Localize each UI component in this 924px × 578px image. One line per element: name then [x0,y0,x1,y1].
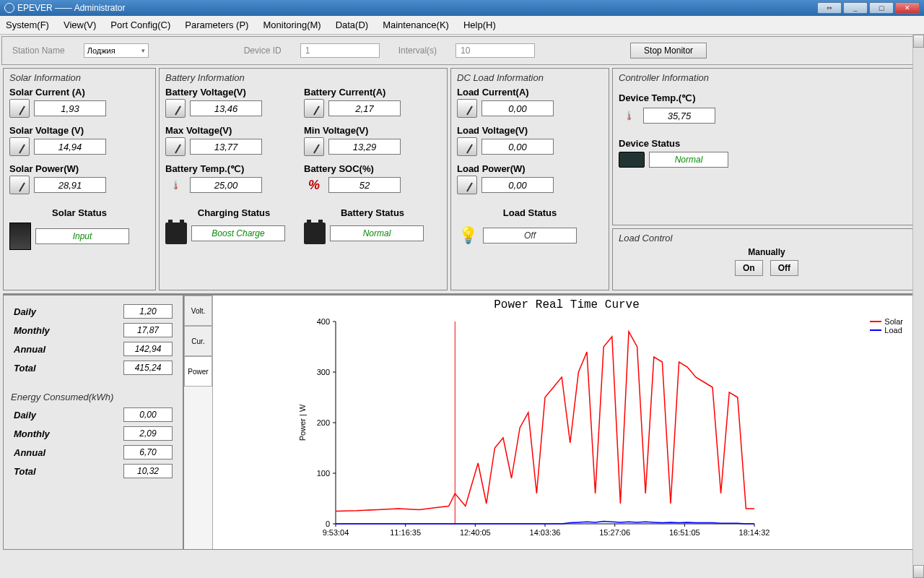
battery-current-label: Battery Current(A) [304,87,441,98]
svg-text:300: 300 [317,368,330,376]
gen-total-label: Total [14,363,36,374]
con-monthly-label: Monthly [14,428,50,439]
menu-data[interactable]: Data(D) [336,20,369,30]
device-status-value: Normal [649,152,728,168]
battery-status-value: Normal [330,225,424,241]
load-power-label: Load Power(W) [457,163,603,174]
con-daily-label: Daily [14,410,36,420]
svg-text:200: 200 [317,418,330,427]
load-current-label: Load Current(A) [457,87,603,98]
battery-soc-value: 52 [328,177,401,193]
solar-panel: Solar Information Solar Current (A) 1,93… [3,68,156,290]
battery-min-label: Min Voltage(V) [304,125,441,136]
meter-icon [9,137,30,156]
svg-text:14:03:36: 14:03:36 [530,528,561,537]
load-status-label: Load Status [457,207,603,218]
chart-area: Power Real Time Curve Solar Load 0100200… [213,296,920,549]
window-minimize-button[interactable]: _ [843,2,868,14]
solar-voltage-value: 14,94 [34,139,106,155]
stop-monitor-button[interactable]: Stop Monitor [630,43,707,59]
solar-status-label: Solar Status [9,207,149,218]
load-on-button[interactable]: On [735,260,763,276]
right-column: Controller Information Device Temp.(℃) 🌡… [612,68,921,290]
load-voltage-label: Load Voltage(V) [457,125,603,136]
svg-text:Power | W: Power | W [298,404,307,441]
device-id-label: Device ID [244,46,282,56]
device-status-label: Device Status [619,138,915,149]
battery-title: Battery Information [165,72,441,83]
menu-system[interactable]: System(F) [6,20,49,30]
battery-charging-label: Charging Status [165,207,302,218]
battery-max-value: 13,77 [190,139,262,155]
battery-panel: Battery Information Battery Voltage(V)13… [159,68,448,290]
controller-icon [619,152,645,168]
gen-monthly-label: Monthly [14,325,50,336]
meter-icon [9,176,30,194]
load-power-value: 0,00 [481,177,554,193]
chart-plot: 01002003004009:53:0411:16:3512:40:0514:0… [292,314,841,545]
meter-icon [9,99,30,118]
vertical-scrollbar[interactable] [912,35,924,578]
meter-icon [165,99,186,118]
menu-help[interactable]: Help(H) [463,20,496,30]
menu-parameters[interactable]: Parameters (P) [185,20,248,30]
gen-total-value: 415,24 [123,361,173,375]
device-temp-value: 35,75 [643,108,715,124]
legend-solar: Solar [884,317,903,326]
load-current-value: 0,00 [481,100,554,116]
svg-text:18:14:32: 18:14:32 [739,528,770,537]
device-temp-label: Device Temp.(℃) [619,92,915,103]
con-total-label: Total [14,466,36,477]
gen-daily-label: Daily [14,306,36,317]
con-annual-value: 6,70 [123,445,173,460]
chart-tab-power[interactable]: Power [184,356,212,387]
chart-tab-volt[interactable]: Volt. [184,296,212,326]
app-icon [4,3,14,13]
battery-max-label: Max Voltage(V) [165,125,302,136]
thermometer-icon: 🌡️ [619,106,639,125]
solar-title: Solar Information [9,72,149,83]
meter-icon [304,137,324,156]
interval-label: Interval(s) [398,46,437,56]
menu-view[interactable]: View(V) [64,20,96,30]
meter-icon [165,137,186,156]
thermometer-icon: 🌡️ [165,176,186,194]
load-control-panel: Load Control Manually On Off [612,228,921,290]
solar-voltage-label: Solar Voltage (V) [9,125,149,136]
menubar: System(F) View(V) Port Config(C) Paramet… [0,16,924,35]
legend-load: Load [884,326,902,335]
window-titlebar: EPEVER —— Administrator ⇔ _ ▢ ✕ [0,0,924,16]
window-maximize-button[interactable]: ▢ [869,2,894,14]
svg-text:16:51:05: 16:51:05 [669,528,700,537]
battery-voltage-value: 13,46 [190,100,262,116]
window-extra-button[interactable]: ⇔ [817,2,842,14]
chart-tab-cur[interactable]: Cur. [184,326,212,356]
station-name-combo[interactable]: Лоджия [84,43,149,58]
svg-text:12:40:05: 12:40:05 [460,528,491,537]
load-panel: DC Load Information Load Current(A)0,00 … [450,68,609,290]
svg-text:9:53:04: 9:53:04 [323,528,349,537]
con-total-value: 10,32 [123,464,173,478]
meter-icon [304,99,324,118]
menu-maintenance[interactable]: Maintenance(K) [383,20,449,30]
battery-temp-label: Battery Temp.(℃) [165,163,302,174]
load-off-button[interactable]: Off [770,260,798,276]
chart-legend: Solar Load [870,317,903,335]
window-close-button[interactable]: ✕ [895,2,920,14]
meter-icon [457,137,477,156]
solar-current-value: 1,93 [34,100,106,116]
svg-text:11:16:35: 11:16:35 [390,528,421,537]
device-id-field[interactable]: 1 [300,43,380,58]
svg-text:15:27:06: 15:27:06 [599,528,630,537]
load-voltage-value: 0,00 [481,139,554,155]
menu-monitoring[interactable]: Monitoring(M) [263,20,321,30]
gen-daily-value: 1,20 [123,304,173,319]
con-monthly-value: 2,09 [123,426,173,441]
menu-port-config[interactable]: Port Config(C) [110,20,170,30]
solar-panel-icon [9,223,31,250]
load-control-mode: Manually [619,247,915,257]
battery-min-value: 13,29 [328,139,401,155]
top-controls: Station Name Лоджия Device ID 1 Interval… [1,36,923,65]
svg-text:400: 400 [317,317,330,326]
interval-field[interactable]: 10 [456,43,535,58]
